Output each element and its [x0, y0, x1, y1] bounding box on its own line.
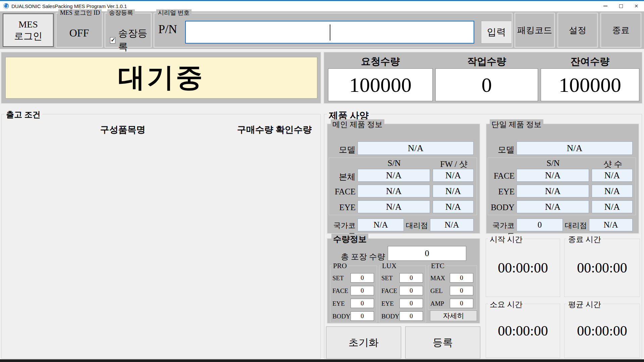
remaining-qty-label: 잔여수량 — [541, 55, 639, 67]
single-row-face-label: FACE — [486, 171, 515, 181]
etc-group: ETC MAX 0 GEL 0 AMP 0 — [428, 265, 477, 310]
close-icon[interactable]: ✕ — [629, 1, 644, 11]
end-time-value: 00:00:00 — [565, 239, 640, 297]
lux-group: LUX SET 0 FACE 0 EYE 0 BODY 0 — [379, 265, 426, 322]
quantity-info-caption: 수량정보 — [331, 234, 368, 245]
pro-body-input[interactable]: 0 — [351, 311, 374, 321]
pro-body-label: BODY — [332, 313, 349, 320]
total-pack-qty-input[interactable]: 0 — [388, 246, 466, 261]
mes-login-line2: 로그인 — [14, 30, 42, 42]
mes-login-id-group: MES 로그인 ID OFF — [56, 13, 103, 48]
pro-group: PRO SET 0 FACE 0 EYE 0 BODY 0 — [330, 265, 377, 322]
mes-login-button[interactable]: MES 로그인 — [3, 13, 54, 47]
pro-set-input[interactable]: 0 — [351, 273, 374, 283]
init-button[interactable]: 초기화 — [326, 326, 401, 359]
average-time-value: 00:00:00 — [565, 304, 640, 358]
remaining-qty-value: 100000 — [541, 68, 639, 101]
main-row-eye-sn: N/A — [358, 200, 430, 213]
detail-button[interactable]: 자세히 — [430, 310, 477, 321]
main-product-info-caption: 메인 제품 정보 — [331, 119, 384, 130]
enter-button[interactable]: 입력 — [481, 21, 512, 44]
single-row-body-label: BODY — [486, 203, 515, 212]
lux-set-label: SET — [381, 275, 398, 282]
etc-amp-input[interactable]: 0 — [450, 299, 473, 308]
shipping-conditions-caption: 출고 조건 — [4, 109, 42, 120]
exit-button[interactable]: 종료 — [600, 13, 641, 48]
pn-label: P/N — [158, 22, 177, 36]
single-country-value: 0 — [517, 219, 563, 231]
shipping-conditions-list[interactable] — [3, 138, 319, 357]
etc-amp-label: AMP — [430, 300, 447, 307]
single-row-eye-sn: N/A — [517, 185, 589, 197]
window-controls: ✕ — [598, 1, 644, 11]
text-caret — [330, 24, 330, 41]
main-row-eye-label: EYE — [327, 203, 356, 212]
pro-eye-label: EYE — [332, 300, 349, 307]
lux-eye-label: EYE — [381, 300, 398, 307]
single-row-eye-label: EYE — [486, 187, 515, 196]
mes-login-id-caption: MES 로그인 ID — [58, 9, 102, 16]
worked-qty-value: 0 — [435, 68, 538, 101]
status-display: 대기중 — [5, 57, 317, 99]
etc-caption: ETC — [430, 262, 446, 270]
main-country-value: N/A — [358, 219, 404, 231]
serial-input[interactable] — [185, 21, 474, 44]
main-agency-value: N/A — [430, 219, 474, 231]
settings-button[interactable]: 설정 — [557, 13, 598, 48]
etc-gel-input[interactable]: 0 — [450, 286, 473, 295]
main-fw-header: FW / 샷 — [433, 159, 475, 170]
invoice-group-caption: 송장등록 — [107, 9, 135, 16]
etc-max-input[interactable]: 0 — [450, 273, 473, 283]
pro-caption: PRO — [332, 262, 348, 270]
main-row-face-fw: N/A — [433, 185, 474, 197]
pro-eye-input[interactable]: 0 — [351, 299, 374, 308]
quantity-info-panel: 수량정보 총 포장 수량 0 PRO SET 0 FACE 0 EYE 0 BO… — [327, 238, 480, 324]
invoice-group: 송장등록 송장등록 — [105, 13, 152, 48]
single-row-eye-shot: N/A — [592, 185, 633, 197]
single-row-body-sn: N/A — [517, 200, 589, 213]
lux-face-input[interactable]: 0 — [399, 286, 423, 295]
invoice-checkbox-label: 송장등록 — [118, 27, 151, 54]
lux-caption: LUX — [381, 262, 398, 270]
main-product-info-panel: 메인 제품 정보 모델 N/A S/N FW / 샷 본체 N/A N/A FA… — [327, 123, 480, 234]
component-name-header: 구성품목명 — [74, 124, 171, 136]
minimize-icon[interactable] — [598, 1, 613, 11]
packing-code-button[interactable]: 패킹코드 — [515, 13, 555, 48]
pro-face-label: FACE — [332, 287, 349, 295]
lux-body-label: BODY — [381, 313, 398, 320]
single-model-value: N/A — [517, 141, 633, 155]
worked-qty-label: 작업수량 — [435, 55, 538, 67]
quantity-panel: 요청수량 작업수량 잔여수량 100000 0 100000 — [323, 52, 643, 104]
mes-login-line1: MES — [18, 18, 38, 30]
pro-face-input[interactable]: 0 — [351, 286, 374, 295]
lux-eye-input[interactable]: 0 — [399, 299, 423, 308]
pro-set-label: SET — [332, 275, 349, 282]
main-row-body-sn: N/A — [358, 169, 430, 182]
requested-qty-label: 요청수량 — [328, 55, 433, 67]
main-row-body-fw: N/A — [433, 169, 474, 182]
single-row-face-shot: N/A — [592, 169, 633, 182]
single-product-info-caption: 단일 제품 정보 — [490, 119, 543, 130]
requested-qty-value: 100000 — [328, 68, 433, 101]
single-agency-value: N/A — [589, 219, 633, 231]
lux-body-input[interactable]: 0 — [399, 311, 423, 321]
invoice-checkbox[interactable] — [110, 37, 115, 44]
average-time-group: 평균 시간 00:00:00 — [564, 304, 640, 358]
maximize-icon[interactable] — [613, 1, 629, 11]
main-row-face-sn: N/A — [358, 185, 430, 197]
serial-group: 시리얼 번호 P/N 입력 — [154, 13, 513, 48]
lux-set-input[interactable]: 0 — [399, 273, 423, 283]
etc-gel-label: GEL — [430, 287, 447, 295]
mes-login-id-value: OFF — [56, 27, 102, 39]
status-panel: 대기중 — [1, 52, 321, 104]
single-product-info-panel: 단일 제품 정보 모델 N/A S/N 샷 수 FACE N/A N/A EYE… — [486, 123, 639, 234]
main-row-face-label: FACE — [327, 187, 356, 196]
serial-group-caption: 시리얼 번호 — [156, 9, 192, 16]
main-model-value: N/A — [358, 141, 474, 155]
toolbar: MES 로그인 MES 로그인 ID OFF 송장등록 송장등록 시리얼 번호 … — [0, 11, 644, 49]
single-row-body-shot: N/A — [592, 200, 633, 213]
main-sn-header: S/N — [358, 159, 430, 168]
window-title: DUALSONIC SalesPacking MES Program Ver.1… — [11, 3, 127, 9]
shipping-conditions-group: 출고 조건 구성품목명 구매수량 확인수량 — [1, 114, 321, 359]
register-button[interactable]: 등록 — [405, 326, 480, 359]
